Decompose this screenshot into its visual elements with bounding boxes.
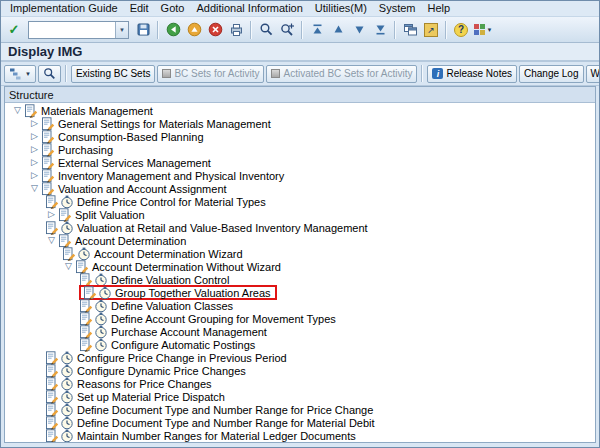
tree-item-label[interactable]: Reasons for Price Changes xyxy=(75,378,214,390)
page-up-button[interactable] xyxy=(328,20,348,40)
expand-node-icon[interactable]: ▷ xyxy=(45,208,58,221)
collapse-node-icon[interactable]: ▽ xyxy=(62,260,75,273)
tree-item-label[interactable]: Define Price Control for Material Types xyxy=(75,196,268,208)
tree-item-label[interactable]: Inventory Management and Physical Invent… xyxy=(56,170,286,182)
structure-menu-button[interactable]: ▼ xyxy=(4,65,36,83)
img-activity-clock-icon[interactable] xyxy=(60,403,74,417)
save-button[interactable] xyxy=(133,20,153,40)
img-activity-clock-icon[interactable] xyxy=(60,429,74,443)
menu-system[interactable]: System xyxy=(373,2,422,15)
cancel-button[interactable] xyxy=(205,20,225,40)
img-documentation-icon[interactable] xyxy=(41,182,55,196)
expand-node-icon[interactable]: ▷ xyxy=(28,143,41,156)
img-documentation-icon[interactable] xyxy=(45,403,59,417)
img-activity-clock-icon[interactable] xyxy=(77,247,91,261)
tree-item-label[interactable]: Configure Dynamic Price Changes xyxy=(75,365,248,377)
img-activity-clock-icon[interactable] xyxy=(60,351,74,365)
tree-item-label[interactable]: Account Determination Without Wizard xyxy=(90,261,283,273)
bc-sets-for-activity-button[interactable]: BC Sets for Activity xyxy=(157,65,264,83)
exit-button[interactable] xyxy=(184,20,204,40)
command-input[interactable] xyxy=(29,23,115,37)
customize-layout-button[interactable]: ▼ xyxy=(472,20,492,40)
img-activity-clock-icon[interactable] xyxy=(60,195,74,209)
tree-item-label[interactable]: Valuation at Retail and Value-Based Inve… xyxy=(75,222,370,234)
existing-bc-sets-button[interactable]: Existing BC Sets xyxy=(71,65,155,83)
release-notes-button[interactable]: i Release Notes xyxy=(427,65,517,83)
tree-item-label[interactable]: General Settings for Materials Managemen… xyxy=(56,118,273,130)
img-documentation-icon[interactable] xyxy=(62,247,76,261)
img-activity-clock-icon[interactable] xyxy=(60,416,74,430)
img-documentation-icon[interactable] xyxy=(45,377,59,391)
enter-button[interactable]: ✓ xyxy=(4,20,24,40)
img-documentation-icon[interactable] xyxy=(45,364,59,378)
activated-bc-sets-for-activity-button[interactable]: Activated BC Sets for Activity xyxy=(266,65,417,83)
expand-node-icon[interactable]: ▷ xyxy=(28,169,41,182)
help-button[interactable]: ? xyxy=(451,20,471,40)
img-documentation-icon[interactable] xyxy=(41,130,55,144)
command-history-dropdown-icon[interactable]: ▼ xyxy=(115,22,128,38)
find-next-button[interactable] xyxy=(277,20,297,40)
tree-item-label[interactable]: Account Determination Wizard xyxy=(92,248,245,260)
tree-item-label[interactable]: External Services Management xyxy=(56,157,213,169)
expand-node-icon[interactable]: ▷ xyxy=(28,156,41,169)
img-documentation-icon[interactable] xyxy=(79,312,93,326)
img-documentation-icon[interactable] xyxy=(58,208,72,222)
tree-item-label[interactable]: Maintain Number Ranges for Material Ledg… xyxy=(75,430,358,442)
img-documentation-icon[interactable] xyxy=(41,156,55,170)
expand-node-icon[interactable]: ▷ xyxy=(28,130,41,143)
img-documentation-icon[interactable] xyxy=(45,429,59,443)
img-activity-clock-icon[interactable] xyxy=(98,286,112,300)
tree-item-label[interactable]: Configure Automatic Postings xyxy=(109,339,257,351)
img-documentation-icon[interactable] xyxy=(24,104,38,118)
tree-item-label[interactable]: Group Together Valuation Areas xyxy=(113,287,273,299)
collapse-node-icon[interactable]: ▽ xyxy=(45,234,58,247)
img-documentation-icon[interactable] xyxy=(41,117,55,131)
collapse-node-icon[interactable]: ▽ xyxy=(11,104,24,117)
page-down-button[interactable] xyxy=(349,20,369,40)
tree-item-label[interactable]: Valuation and Account Assignment xyxy=(56,183,229,195)
collapse-node-icon[interactable]: ▽ xyxy=(28,182,41,195)
tree-item-label[interactable]: Define Account Grouping for Movement Typ… xyxy=(109,313,338,325)
tree-item-label[interactable]: Account Determination xyxy=(73,235,188,247)
menu-help[interactable]: Help xyxy=(422,2,457,15)
img-documentation-icon[interactable] xyxy=(41,143,55,157)
menu-additional-information[interactable]: Additional Information xyxy=(190,2,308,15)
tree-item-label[interactable]: Configure Price Change in Previous Perio… xyxy=(75,352,289,364)
img-documentation-icon[interactable] xyxy=(75,260,89,274)
tree-item-label[interactable]: Define Valuation Control xyxy=(109,274,231,286)
img-activity-clock-icon[interactable] xyxy=(60,377,74,391)
img-activity-clock-icon[interactable] xyxy=(94,312,108,326)
first-page-button[interactable] xyxy=(307,20,327,40)
img-documentation-icon[interactable] xyxy=(45,416,59,430)
img-documentation-icon[interactable] xyxy=(79,325,93,339)
find-button-app[interactable] xyxy=(38,65,61,83)
where-else-used-button[interactable]: Where Else Used xyxy=(586,65,600,83)
back-button[interactable] xyxy=(163,20,183,40)
print-button[interactable] xyxy=(226,20,246,40)
menu-implementation-guide[interactable]: Implementation Guide xyxy=(4,2,124,15)
tree-item-label[interactable]: Define Valuation Classes xyxy=(109,300,235,312)
img-activity-clock-icon[interactable] xyxy=(94,338,108,352)
tree-item-label[interactable]: Split Valuation xyxy=(73,209,147,221)
img-documentation-icon[interactable] xyxy=(45,221,59,235)
expand-node-icon[interactable]: ▷ xyxy=(28,117,41,130)
img-documentation-icon[interactable] xyxy=(79,299,93,313)
tree-item-label[interactable]: Purchase Account Management xyxy=(109,326,269,338)
img-documentation-icon[interactable] xyxy=(45,390,59,404)
tree-item-label[interactable]: Consumption-Based Planning xyxy=(56,131,206,143)
img-documentation-icon[interactable] xyxy=(41,169,55,183)
menu-goto[interactable]: Goto xyxy=(155,2,191,15)
img-documentation-icon[interactable] xyxy=(83,286,97,300)
menu-edit[interactable]: Edit xyxy=(124,2,155,15)
tree-item-label[interactable]: Set up Material Price Dispatch xyxy=(75,391,227,403)
img-documentation-icon[interactable] xyxy=(45,351,59,365)
img-activity-clock-icon[interactable] xyxy=(60,221,74,235)
last-page-button[interactable] xyxy=(370,20,390,40)
img-activity-clock-icon[interactable] xyxy=(60,364,74,378)
find-button[interactable] xyxy=(256,20,276,40)
img-activity-clock-icon[interactable] xyxy=(94,299,108,313)
img-documentation-icon[interactable] xyxy=(79,338,93,352)
img-documentation-icon[interactable] xyxy=(58,234,72,248)
img-activity-clock-icon[interactable] xyxy=(94,325,108,339)
menu-utilities-m[interactable]: Utilities(M) xyxy=(309,2,373,15)
